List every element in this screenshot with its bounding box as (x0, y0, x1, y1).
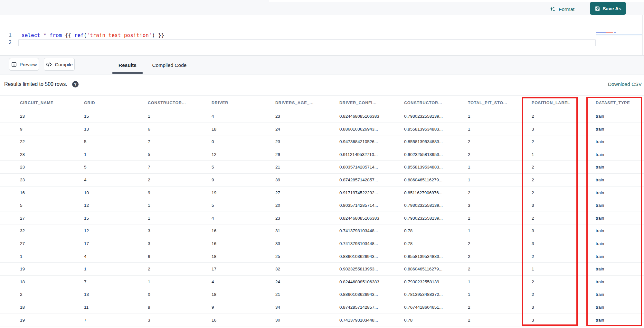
table-cell[interactable]: 5 (212, 161, 214, 174)
table-cell[interactable]: 6 (148, 250, 150, 263)
table-cell[interactable]: 0.7413793103448... (339, 224, 378, 237)
table-cell[interactable]: 5 (84, 135, 87, 148)
table-cell[interactable]: 21 (275, 288, 280, 301)
table-cell[interactable]: 2 (20, 288, 23, 301)
table-cell[interactable]: 1 (468, 288, 470, 301)
table-cell[interactable]: 2 (468, 148, 470, 161)
table-cell[interactable]: 2 (148, 263, 150, 276)
table-cell[interactable]: 7 (148, 161, 150, 174)
table-cell[interactable]: train (596, 174, 604, 187)
table-cell[interactable]: 7 (148, 135, 150, 148)
table-cell[interactable]: 6 (148, 123, 150, 136)
table-cell[interactable]: 0.8558139534883... (404, 161, 443, 174)
table-cell[interactable]: 3 (468, 199, 470, 212)
table-cell[interactable]: train (596, 263, 604, 276)
table-cell[interactable]: 0.7674418604651... (404, 301, 443, 314)
table-cell[interactable]: 18 (212, 123, 216, 136)
table-cell[interactable]: 0.78 (404, 224, 412, 237)
table-cell[interactable]: 18 (212, 250, 216, 263)
table-cell[interactable]: 2 (468, 135, 470, 148)
table-cell[interactable]: 1 (148, 199, 150, 212)
table-cell[interactable]: 0.7413793103448... (339, 237, 378, 250)
table-cell[interactable]: 18 (212, 288, 216, 301)
table-cell[interactable]: train (596, 250, 604, 263)
table-cell[interactable]: 12 (84, 224, 89, 237)
table-cell[interactable]: train (596, 161, 604, 174)
table-cell[interactable]: 27 (275, 187, 280, 199)
table-cell[interactable]: 0.8860103626943... (339, 288, 378, 301)
table-cell[interactable]: 1 (468, 224, 470, 237)
table-cell[interactable]: 3 (148, 237, 150, 250)
table-cell[interactable]: 0.8860103626943... (339, 250, 378, 263)
active-line-highlight[interactable] (18, 39, 596, 46)
table-cell[interactable]: 5 (84, 161, 87, 174)
table-cell[interactable]: 8 (148, 301, 150, 314)
table-cell[interactable]: 18 (20, 276, 25, 288)
table-cell[interactable]: 0 (212, 135, 214, 148)
save-as-button[interactable]: Save As (590, 2, 626, 15)
table-cell[interactable]: 9 (212, 301, 214, 314)
code-editor[interactable]: 1 2 select * from {{ ref('train_test_pos… (0, 15, 644, 55)
table-cell[interactable]: train (596, 123, 604, 136)
table-cell[interactable]: 9 (212, 174, 214, 187)
table-cell[interactable]: 0.8742857142857... (339, 301, 378, 314)
table-cell[interactable]: 2 (532, 110, 534, 123)
table-cell[interactable]: 32 (20, 224, 25, 237)
table-cell[interactable]: 2 (532, 161, 534, 174)
table-cell[interactable]: 3 (148, 224, 150, 237)
table-cell[interactable]: 1 (148, 110, 150, 123)
table-cell[interactable]: 13 (84, 288, 89, 301)
table-cell[interactable]: 0.9112149532710... (339, 148, 378, 161)
download-csv-link[interactable]: Download CSV (608, 81, 642, 87)
table-cell[interactable]: 31 (275, 224, 280, 237)
table-cell[interactable]: 1 (468, 161, 470, 174)
table-cell[interactable]: 0 (148, 288, 150, 301)
format-button[interactable]: Format (549, 5, 574, 14)
table-cell[interactable]: 5 (212, 199, 214, 212)
table-cell[interactable]: 10 (84, 187, 89, 199)
table-cell[interactable]: train (596, 237, 604, 250)
table-cell[interactable]: 0.8035714285714... (339, 199, 378, 212)
table-cell[interactable]: 16 (20, 187, 25, 199)
table-cell[interactable]: 0.824468085106383 (339, 276, 379, 288)
table-cell[interactable]: 0.824468085106383 (339, 110, 379, 123)
column-header[interactable]: CONSTRUCTOR... (404, 96, 442, 110)
table-cell[interactable]: 0.78 (404, 237, 412, 250)
table-cell[interactable]: 16 (212, 314, 216, 327)
table-cell[interactable]: 0.9023255813953... (339, 263, 378, 276)
table-cell[interactable]: 21 (275, 161, 280, 174)
table-cell[interactable]: 34 (275, 301, 280, 314)
table-cell[interactable]: 5 (148, 148, 150, 161)
table-cell[interactable]: 0.8742857142857... (339, 174, 378, 187)
table-cell[interactable]: 23 (20, 161, 25, 174)
code-line-1[interactable]: select * from {{ ref('train_test_positio… (22, 32, 164, 39)
table-cell[interactable]: 3 (532, 123, 534, 136)
table-cell[interactable]: 1 (84, 263, 87, 276)
table-cell[interactable]: 0.9473684210526... (339, 135, 378, 148)
table-cell[interactable]: train (596, 212, 604, 225)
table-cell[interactable]: 2 (468, 212, 470, 225)
table-cell[interactable]: 1 (148, 212, 150, 225)
table-cell[interactable]: 15 (84, 110, 89, 123)
table-cell[interactable]: 2 (468, 237, 470, 250)
table-cell[interactable]: 0.7930232558139... (404, 199, 443, 212)
help-icon[interactable]: ? (72, 81, 79, 87)
table-cell[interactable]: 2 (468, 314, 470, 327)
table-cell[interactable]: 17 (84, 237, 89, 250)
table-cell[interactable]: 4 (212, 110, 214, 123)
table-cell[interactable]: 3 (532, 314, 534, 327)
table-cell[interactable]: 33 (275, 237, 280, 250)
table-cell[interactable]: 12 (84, 199, 89, 212)
table-cell[interactable]: 25 (275, 250, 280, 263)
column-header[interactable]: POSITION_LABEL (532, 96, 570, 110)
table-cell[interactable]: 32 (275, 263, 280, 276)
table-cell[interactable]: 2 (532, 187, 534, 199)
table-cell[interactable]: 2 (532, 288, 534, 301)
table-cell[interactable]: 1 (532, 263, 534, 276)
table-cell[interactable]: 3 (532, 224, 534, 237)
table-cell[interactable]: 0.8558139534883... (404, 123, 443, 136)
editor-minimap[interactable] (596, 31, 642, 53)
table-cell[interactable]: 2 (532, 135, 534, 148)
table-cell[interactable]: 7 (84, 314, 87, 327)
table-cell[interactable]: 1 (468, 110, 470, 123)
